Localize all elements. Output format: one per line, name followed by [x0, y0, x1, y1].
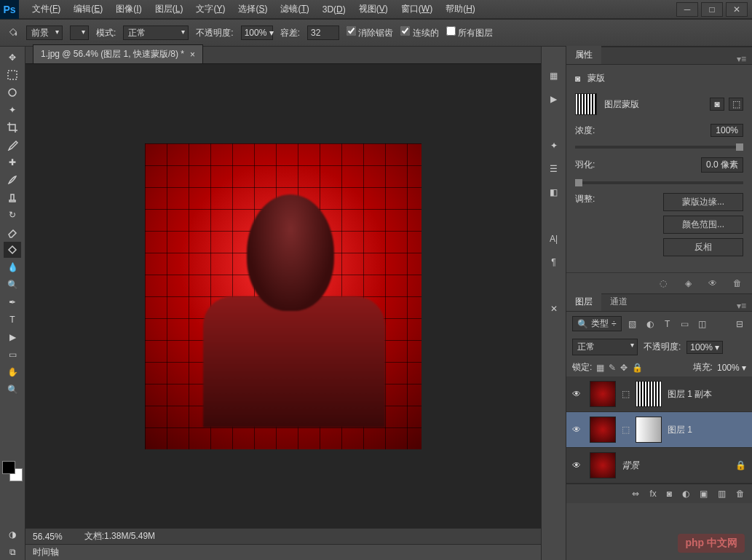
link-layers-icon[interactable]: ⇔: [632, 489, 639, 499]
minimize-button[interactable]: ─: [676, 2, 698, 17]
navigator-icon[interactable]: ▶: [547, 92, 561, 106]
zoom-tool[interactable]: 🔍: [4, 382, 21, 398]
brush-tool[interactable]: [4, 172, 21, 188]
all-layers-checkbox[interactable]: 所有图层: [446, 26, 493, 39]
crop-tool[interactable]: [4, 119, 21, 135]
dodge-tool[interactable]: 🔍: [4, 277, 21, 293]
menu-window[interactable]: 窗口(W): [395, 0, 438, 18]
visibility-toggle[interactable]: 👁: [572, 425, 584, 435]
mask-link-icon[interactable]: ⬚: [622, 425, 630, 435]
clone-stamp-tool[interactable]: [4, 189, 21, 205]
fg-color-swatch[interactable]: [2, 461, 15, 474]
filter-pixel-icon[interactable]: ▧: [626, 318, 639, 331]
layer-thumbnail[interactable]: [590, 452, 616, 478]
timeline-panel-tab[interactable]: 时间轴: [25, 544, 541, 560]
menu-select[interactable]: 选择(S): [232, 0, 273, 18]
fill-source-dropdown[interactable]: 前景: [26, 25, 63, 40]
swatches-icon[interactable]: ✦: [547, 138, 561, 153]
canvas-area[interactable]: [25, 64, 541, 528]
healing-brush-tool[interactable]: ✚: [4, 154, 21, 170]
new-adjust-icon[interactable]: ◐: [682, 489, 689, 499]
adjustments-icon[interactable]: ◧: [547, 185, 561, 200]
channels-tab[interactable]: 通道: [601, 293, 636, 311]
lock-transparent-icon[interactable]: ▦: [596, 363, 604, 373]
menu-image[interactable]: 图像(I): [110, 0, 147, 18]
layer-row[interactable]: 👁 背景 🔒: [566, 448, 752, 484]
filter-type-icon[interactable]: T: [661, 318, 674, 331]
layer-opacity-input[interactable]: 100% ▾: [686, 341, 723, 354]
paint-bucket-tool[interactable]: [4, 242, 21, 258]
layer-row[interactable]: 👁 ⬚ 图层 1 副本: [566, 376, 752, 412]
mask-link-icon[interactable]: ⬚: [622, 389, 630, 399]
filter-kind-dropdown[interactable]: 🔍 类型 ÷: [572, 316, 622, 331]
layer-thumbnail[interactable]: [590, 417, 616, 443]
disable-mask-icon[interactable]: 👁: [707, 277, 719, 289]
feather-value[interactable]: 0.0 像素: [701, 157, 743, 173]
menu-layer[interactable]: 图层(L): [149, 0, 189, 18]
opacity-input[interactable]: 100% ▾: [241, 25, 273, 40]
layer-row[interactable]: 👁 ⬚ 图层 1: [566, 412, 752, 448]
filter-shape-icon[interactable]: ▭: [678, 318, 692, 331]
pen-tool[interactable]: ✒: [4, 294, 21, 310]
type-tool[interactable]: T: [4, 312, 21, 328]
new-group-icon[interactable]: ▣: [700, 489, 708, 499]
menu-view[interactable]: 视图(V): [353, 0, 394, 18]
filter-smart-icon[interactable]: ◫: [696, 318, 709, 331]
tolerance-input[interactable]: 32: [307, 25, 339, 40]
feather-slider[interactable]: [575, 181, 743, 184]
magic-wand-tool[interactable]: ✦: [4, 102, 21, 118]
hand-tool[interactable]: ✋: [4, 364, 21, 380]
maximize-button[interactable]: □: [701, 2, 723, 17]
lasso-tool[interactable]: [4, 84, 21, 100]
history-brush-tool[interactable]: ↻: [4, 207, 21, 223]
layer-name[interactable]: 图层 1 副本: [668, 388, 746, 401]
tools-presets-icon[interactable]: ✕: [547, 301, 561, 316]
layer-fx-icon[interactable]: fx: [649, 489, 656, 499]
properties-tab[interactable]: 属性: [566, 46, 601, 64]
color-swatches[interactable]: [2, 461, 23, 481]
layer-name[interactable]: 背景: [622, 460, 729, 472]
apply-mask-icon[interactable]: ◈: [682, 277, 694, 289]
add-mask-icon[interactable]: ◙: [667, 489, 672, 499]
density-value[interactable]: 100%: [711, 124, 743, 137]
visibility-toggle[interactable]: 👁: [572, 389, 584, 399]
canvas[interactable]: [145, 143, 421, 449]
path-select-tool[interactable]: ▶: [4, 329, 21, 345]
character-icon[interactable]: A|: [547, 232, 561, 246]
paragraph-icon[interactable]: ¶: [547, 255, 561, 269]
lock-pixels-icon[interactable]: ✎: [609, 363, 616, 373]
layer-name[interactable]: 图层 1: [668, 424, 746, 436]
delete-mask-icon[interactable]: 🗑: [732, 277, 743, 289]
lock-all-icon[interactable]: 🔒: [632, 363, 643, 373]
menu-edit[interactable]: 编辑(E): [68, 0, 108, 18]
visibility-toggle[interactable]: 👁: [572, 460, 584, 470]
histogram-icon[interactable]: ▦: [547, 68, 561, 83]
menu-type[interactable]: 文字(Y): [190, 0, 231, 18]
mode-dropdown[interactable]: 正常: [123, 25, 189, 40]
marquee-tool[interactable]: [4, 67, 21, 83]
vector-mask-icon[interactable]: ⬚: [729, 98, 743, 111]
pixel-mask-icon[interactable]: ◙: [710, 98, 724, 111]
eraser-tool[interactable]: [4, 224, 21, 240]
lock-position-icon[interactable]: ✥: [620, 363, 628, 373]
close-button[interactable]: ✕: [726, 2, 748, 17]
pattern-picker[interactable]: [70, 25, 89, 40]
new-layer-icon[interactable]: ▥: [718, 489, 726, 499]
blur-tool[interactable]: 💧: [4, 259, 21, 275]
docinfo-readout[interactable]: 文档:1.38M/5.49M: [84, 530, 155, 543]
filter-adjust-icon[interactable]: ◐: [644, 318, 657, 331]
mask-thumbnail[interactable]: [636, 381, 662, 407]
invert-button[interactable]: 反相: [663, 238, 743, 256]
fill-input[interactable]: 100% ▾: [717, 363, 746, 373]
density-slider[interactable]: [575, 146, 743, 149]
move-tool[interactable]: ✥: [4, 50, 21, 66]
antialias-checkbox[interactable]: 消除锯齿: [347, 26, 393, 39]
contiguous-checkbox[interactable]: 连续的: [400, 26, 438, 39]
delete-layer-icon[interactable]: 🗑: [736, 489, 745, 499]
eyedropper-tool[interactable]: [4, 137, 21, 153]
load-selection-icon[interactable]: ◌: [657, 277, 669, 289]
styles-icon[interactable]: ☰: [547, 162, 561, 176]
layer-thumbnail[interactable]: [590, 381, 616, 407]
mask-edge-button[interactable]: 蒙版边缘...: [663, 193, 743, 211]
color-range-button[interactable]: 颜色范围...: [663, 216, 743, 234]
